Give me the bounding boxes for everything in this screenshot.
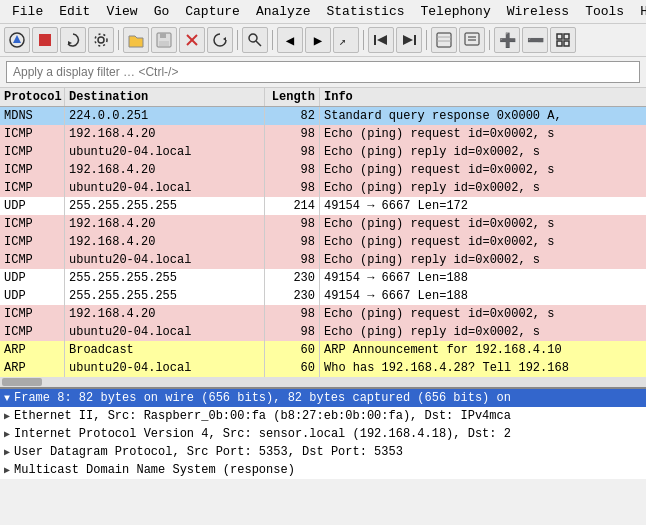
svg-marker-11 (223, 37, 226, 41)
svg-line-13 (256, 41, 261, 46)
cell-protocol: ICMP (0, 179, 65, 197)
detail-row[interactable]: ▶Internet Protocol Version 4, Src: senso… (0, 425, 646, 443)
zoom-out-btn[interactable]: ➖ (522, 27, 548, 53)
autoscroll-btn[interactable] (459, 27, 485, 53)
table-row[interactable]: ICMP192.168.4.2098Echo (ping) request id… (0, 215, 646, 233)
table-row[interactable]: UDP255.255.255.25523049154 → 6667 Len=18… (0, 269, 646, 287)
table-row[interactable]: ARPubuntu20-04.local60Who has 192.168.4.… (0, 359, 646, 377)
save-btn[interactable] (151, 27, 177, 53)
table-row[interactable]: ICMPubuntu20-04.local98Echo (ping) reply… (0, 323, 646, 341)
svg-rect-25 (557, 34, 562, 39)
cell-protocol: UDP (0, 269, 65, 287)
cell-length: 98 (265, 125, 320, 143)
options-btn[interactable] (88, 27, 114, 53)
menu-bar: File Edit View Go Capture Analyze Statis… (0, 0, 646, 24)
svg-point-4 (98, 37, 104, 43)
cell-protocol: ICMP (0, 251, 65, 269)
last-btn[interactable] (396, 27, 422, 53)
cell-info: Echo (ping) request id=0x0002, s (320, 215, 646, 233)
zoom-fit-btn[interactable] (550, 27, 576, 53)
table-row[interactable]: MDNS224.0.0.25182Standard query response… (0, 107, 646, 125)
svg-point-5 (95, 34, 107, 46)
menu-statistics[interactable]: Statistics (318, 2, 412, 21)
expand-arrow-icon[interactable]: ▶ (4, 428, 10, 440)
find-btn[interactable] (242, 27, 268, 53)
menu-go[interactable]: Go (146, 2, 178, 21)
sep6 (489, 30, 490, 50)
capture-interfaces-btn[interactable] (4, 27, 30, 53)
detail-text: Ethernet II, Src: Raspberr_0b:00:fa (b8:… (14, 409, 511, 423)
cell-destination: 192.168.4.20 (65, 161, 265, 179)
table-row[interactable]: ICMP192.168.4.2098Echo (ping) request id… (0, 125, 646, 143)
menu-capture[interactable]: Capture (177, 2, 248, 21)
menu-help[interactable]: Help (632, 2, 646, 21)
svg-rect-27 (557, 41, 562, 46)
close-file-btn[interactable] (179, 27, 205, 53)
detail-row[interactable]: ▶Multicast Domain Name System (response) (0, 461, 646, 479)
svg-marker-16 (377, 35, 387, 45)
detail-row[interactable]: ▶Ethernet II, Src: Raspberr_0b:00:fa (b8… (0, 407, 646, 425)
back-btn[interactable]: ◀ (277, 27, 303, 53)
table-row[interactable]: ICMPubuntu20-04.local98Echo (ping) reply… (0, 251, 646, 269)
menu-wireless[interactable]: Wireless (499, 2, 577, 21)
svg-rect-26 (564, 34, 569, 39)
packet-rows: MDNS224.0.0.25182Standard query response… (0, 107, 646, 377)
table-row[interactable]: ICMPubuntu20-04.local98Echo (ping) reply… (0, 143, 646, 161)
restart-btn[interactable] (60, 27, 86, 53)
horizontal-scrollbar[interactable] (0, 377, 646, 387)
svg-marker-18 (403, 35, 413, 45)
first-btn[interactable] (368, 27, 394, 53)
cell-destination: 192.168.4.20 (65, 125, 265, 143)
table-row[interactable]: ICMP192.168.4.2098Echo (ping) request id… (0, 305, 646, 323)
open-btn[interactable] (123, 27, 149, 53)
menu-tools[interactable]: Tools (577, 2, 632, 21)
svg-rect-7 (160, 33, 166, 38)
forward-btn[interactable]: ▶ (305, 27, 331, 53)
detail-row[interactable]: ▼Frame 8: 82 bytes on wire (656 bits), 8… (0, 389, 646, 407)
zoom-in-btn[interactable]: ➕ (494, 27, 520, 53)
svg-marker-3 (68, 41, 72, 45)
svg-text:↗: ↗ (339, 35, 346, 49)
svg-rect-19 (437, 33, 451, 47)
detail-row[interactable]: ▶User Datagram Protocol, Src Port: 5353,… (0, 443, 646, 461)
cell-protocol: UDP (0, 197, 65, 215)
cell-destination: ubuntu20-04.local (65, 179, 265, 197)
table-row[interactable]: UDP255.255.255.25523049154 → 6667 Len=18… (0, 287, 646, 305)
col-header-protocol: Protocol (0, 88, 65, 106)
cell-length: 98 (265, 233, 320, 251)
cell-length: 98 (265, 179, 320, 197)
menu-view[interactable]: View (98, 2, 145, 21)
cell-destination: 224.0.0.251 (65, 107, 265, 125)
table-row[interactable]: ICMPubuntu20-04.local98Echo (ping) reply… (0, 179, 646, 197)
cell-info: ARP Announcement for 192.168.4.10 (320, 341, 646, 359)
table-row[interactable]: UDP255.255.255.25521449154 → 6667 Len=17… (0, 197, 646, 215)
cell-info: Echo (ping) reply id=0x0002, s (320, 323, 646, 341)
menu-telephony[interactable]: Telephony (413, 2, 499, 21)
goto-btn[interactable]: ↗ (333, 27, 359, 53)
cell-length: 98 (265, 305, 320, 323)
cell-protocol: ICMP (0, 233, 65, 251)
table-row[interactable]: ICMP192.168.4.2098Echo (ping) request id… (0, 161, 646, 179)
table-row[interactable]: ICMP192.168.4.2098Echo (ping) request id… (0, 233, 646, 251)
cell-info: Echo (ping) request id=0x0002, s (320, 125, 646, 143)
collapse-arrow-icon[interactable]: ▼ (4, 393, 10, 404)
cell-length: 98 (265, 251, 320, 269)
detail-text: Multicast Domain Name System (response) (14, 463, 295, 477)
expand-arrow-icon[interactable]: ▶ (4, 446, 10, 458)
menu-file[interactable]: File (4, 2, 51, 21)
table-row[interactable]: ARPBroadcast60ARP Announcement for 192.1… (0, 341, 646, 359)
sep1 (118, 30, 119, 50)
cell-destination: 192.168.4.20 (65, 233, 265, 251)
svg-marker-1 (13, 35, 21, 43)
cell-destination: 192.168.4.20 (65, 305, 265, 323)
expand-arrow-icon[interactable]: ▶ (4, 464, 10, 476)
colorize-btn[interactable] (431, 27, 457, 53)
filter-input[interactable] (6, 61, 640, 83)
reload-btn[interactable] (207, 27, 233, 53)
menu-edit[interactable]: Edit (51, 2, 98, 21)
menu-analyze[interactable]: Analyze (248, 2, 319, 21)
sep3 (272, 30, 273, 50)
expand-arrow-icon[interactable]: ▶ (4, 410, 10, 422)
scroll-thumb[interactable] (2, 378, 42, 386)
stop-btn[interactable] (32, 27, 58, 53)
